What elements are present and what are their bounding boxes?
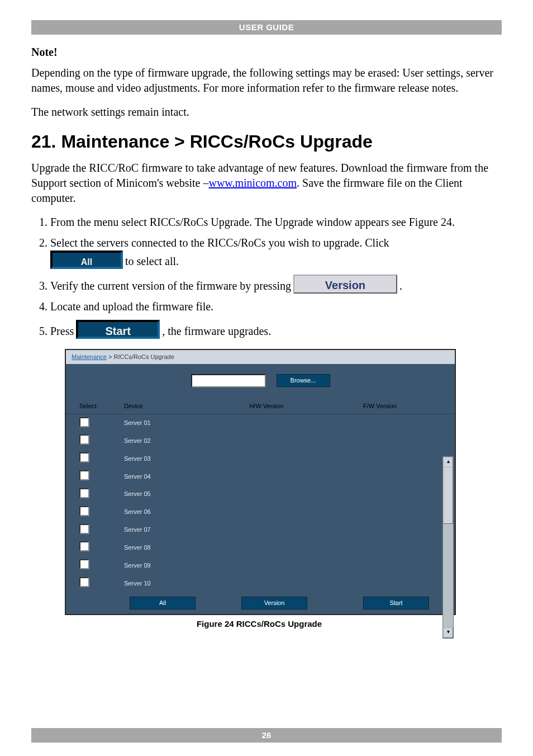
steps-list: From the menu select RICCs/RoCs Upgrade.…	[31, 215, 502, 339]
table-row: Server 10	[66, 574, 455, 592]
figure-table-header: Select: Device H/W Version F/W Version	[66, 399, 455, 414]
device-cell: Server 06	[124, 508, 208, 516]
step-3-pre: Verify the current version of the firmwa…	[50, 278, 291, 294]
step-4: Locate and upload the firmware file.	[50, 299, 502, 314]
select-checkbox[interactable]	[79, 417, 89, 427]
all-button-inline[interactable]: All	[50, 251, 123, 269]
device-cell: Server 07	[124, 526, 208, 534]
step-1: From the menu select RICCs/RoCs Upgrade.…	[50, 215, 502, 230]
step-5: Press Start , the firmware upgrades.	[50, 320, 502, 339]
col-select-header: Select:	[79, 402, 124, 410]
scroll-down-button[interactable]	[443, 627, 453, 638]
breadcrumb-leaf: RICCs/RoCs Upgrade	[114, 353, 174, 360]
step-5-post: , the firmware upgrades.	[162, 324, 271, 339]
breadcrumb-sep: >	[107, 353, 114, 360]
select-checkbox[interactable]	[79, 524, 89, 534]
note-paragraph-1: Depending on the type of firmware upgrad…	[31, 65, 502, 96]
select-checkbox[interactable]	[79, 559, 89, 569]
table-row: Server 02	[66, 432, 455, 450]
figure-all-button[interactable]: All	[130, 597, 196, 609]
select-checkbox[interactable]	[79, 506, 89, 516]
step-2-line2: to select all.	[125, 254, 179, 269]
version-button-inline[interactable]: Version	[293, 275, 397, 294]
device-cell: Server 02	[124, 437, 208, 445]
col-fw-header: F/W Version	[325, 402, 435, 410]
note-heading: Note!	[31, 45, 502, 60]
device-cell: Server 03	[124, 455, 208, 463]
scroll-up-button[interactable]	[443, 457, 453, 467]
select-checkbox[interactable]	[79, 488, 89, 498]
section-heading: 21. Maintenance > RICCs/RoCs Upgrade	[31, 130, 502, 154]
select-checkbox[interactable]	[79, 452, 89, 462]
step-2: Select the servers connected to the RICC…	[50, 235, 502, 269]
table-row: Server 04	[66, 467, 455, 485]
step-3: Verify the current version of the firmwa…	[50, 275, 502, 294]
select-checkbox[interactable]	[79, 470, 89, 480]
step-2-line1: Select the servers connected to the RICC…	[50, 235, 502, 251]
step-5-pre: Press	[50, 324, 74, 339]
header-title: USER GUIDE	[239, 22, 294, 32]
note-paragraph-2: The network settings remain intact.	[31, 105, 502, 120]
figure-caption: Figure 24 RICCs/RoCs Upgrade	[65, 618, 454, 630]
device-cell: Server 05	[124, 490, 208, 498]
table-row: Server 05	[66, 485, 455, 503]
firmware-path-input[interactable]	[191, 374, 266, 388]
table-row: Server 06	[66, 503, 455, 521]
figure-24: Maintenance > RICCs/RoCs Upgrade Browse.…	[65, 349, 456, 615]
device-cell: Server 08	[124, 544, 208, 552]
breadcrumb-root[interactable]: Maintenance	[72, 353, 107, 360]
intro-paragraph: Upgrade the RICC/RoC firmware to take ad…	[31, 160, 502, 206]
figure-footer-buttons: All Version Start	[66, 592, 455, 614]
device-cell: Server 10	[124, 579, 208, 588]
table-row: Server 07	[66, 521, 455, 539]
device-cell: Server 04	[124, 472, 208, 481]
col-device-header: Device	[124, 402, 208, 410]
step-3-post: .	[399, 278, 402, 294]
minicom-link[interactable]: www.minicom.com	[208, 177, 297, 189]
figure-version-button[interactable]: Version	[241, 597, 307, 609]
select-checkbox[interactable]	[79, 541, 89, 551]
figure-browse-row: Browse...	[66, 364, 455, 398]
footer-bar: 26	[31, 728, 502, 743]
device-cell: Server 01	[124, 419, 208, 427]
table-row: Server 03	[66, 450, 455, 467]
table-row: Server 08	[66, 538, 455, 556]
select-checkbox[interactable]	[79, 434, 89, 445]
device-cell: Server 09	[124, 561, 208, 570]
browse-button[interactable]: Browse...	[277, 374, 330, 387]
table-row: Server 09	[66, 556, 455, 574]
scroll-thumb[interactable]	[443, 467, 453, 524]
table-row: Server 01	[66, 414, 455, 432]
figure-start-button[interactable]: Start	[363, 597, 429, 609]
header-bar: USER GUIDE	[31, 20, 502, 35]
col-hw-header: H/W Version	[208, 402, 325, 410]
figure-breadcrumb: Maintenance > RICCs/RoCs Upgrade	[66, 350, 455, 364]
scrollbar[interactable]	[442, 456, 454, 639]
start-button-inline[interactable]: Start	[76, 320, 160, 339]
figure-table-body: Server 01 Server 02 Server 03 Server 04 …	[66, 414, 455, 592]
select-checkbox[interactable]	[79, 577, 89, 587]
page-number: 26	[262, 730, 272, 740]
